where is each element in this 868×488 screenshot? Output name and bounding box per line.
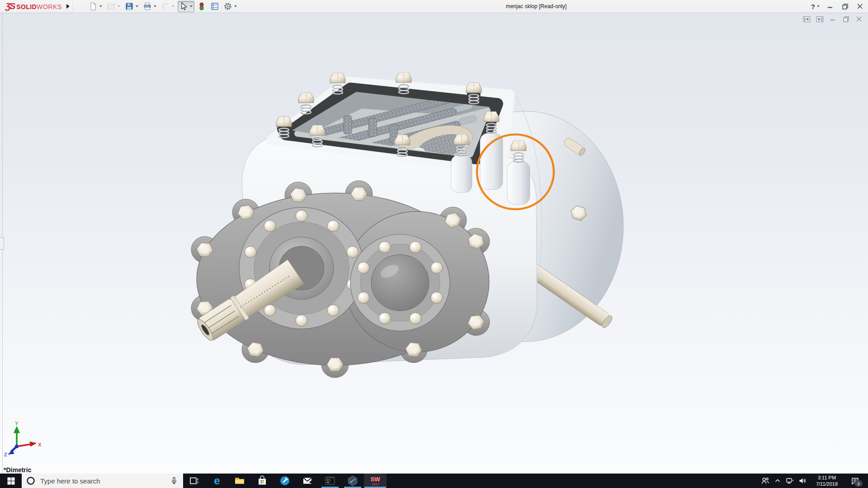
cortana-icon — [26, 476, 35, 485]
minimize-button[interactable] — [826, 2, 835, 11]
rebuild-traffic-light-button[interactable] — [196, 1, 208, 12]
solidworks-rx-taskbar-button[interactable] — [341, 474, 364, 488]
select-cursor-button[interactable] — [178, 1, 194, 12]
options-gear-dropdown-caret-icon[interactable] — [234, 5, 237, 7]
save-button[interactable] — [123, 1, 140, 12]
print-dropdown-caret-icon[interactable] — [154, 5, 156, 7]
coordinate-triad: Y X Z — [3, 420, 44, 457]
child-restore-icon — [843, 16, 849, 22]
action-center-button[interactable]: 3 — [845, 474, 865, 488]
child-close-button[interactable] — [854, 15, 863, 23]
microphone-icon[interactable] — [170, 476, 179, 485]
options-gear-button[interactable] — [222, 1, 239, 12]
open-folder-dropdown-caret-icon[interactable] — [118, 5, 120, 7]
notification-badge: 3 — [854, 480, 863, 487]
undo-dropdown-caret-icon[interactable] — [172, 5, 175, 7]
edge-taskbar-button[interactable]: e — [206, 474, 228, 488]
people-icon — [761, 477, 769, 485]
axis-label-z: Z — [4, 452, 7, 457]
clock-date: 7/11/2018 — [816, 481, 838, 487]
window-controls: ? — [811, 0, 864, 13]
view-orientation-label: *Dimetric — [4, 466, 31, 474]
store-taskbar-button[interactable] — [251, 474, 274, 488]
pane-previous-icon — [803, 16, 811, 23]
chevron-up-icon — [774, 478, 781, 484]
select-cursor-dropdown-caret-icon[interactable] — [190, 5, 193, 7]
help-button[interactable]: ? — [811, 3, 820, 10]
report-table-button[interactable] — [209, 1, 221, 12]
command-prompt-taskbar-button[interactable]: C:\ — [319, 474, 341, 488]
network-button[interactable] — [783, 474, 796, 488]
print-button[interactable] — [142, 1, 158, 12]
titlebar: ƷS SOLID WORKS menjac sklop [Read-only] … — [0, 0, 868, 13]
svg-text:2017: 2017 — [372, 482, 379, 486]
pane-next-icon — [816, 16, 824, 23]
svg-text:C:\: C:\ — [327, 479, 331, 482]
file-explorer-taskbar-button[interactable] — [228, 474, 251, 488]
volume-button[interactable] — [796, 474, 809, 488]
gearbox-assembly-model[interactable] — [0, 13, 868, 474]
minimize-icon — [827, 4, 833, 9]
solidworks-logo-solid: SOLID — [16, 3, 37, 10]
child-restore-button[interactable] — [841, 15, 850, 23]
task-view-taskbar-button[interactable] — [183, 474, 206, 488]
tray-overflow-button[interactable] — [772, 474, 783, 488]
solidworks-logo-works: WORKS — [37, 3, 62, 10]
toolbar-separator — [73, 1, 73, 11]
close-icon — [857, 4, 863, 9]
main-toolbar — [87, 1, 239, 12]
axis-label-y: Y — [15, 421, 19, 426]
help-icon: ? — [811, 3, 815, 10]
mail-taskbar-button[interactable] — [296, 474, 319, 488]
clock[interactable]: 3:11 PM 7/11/2018 — [809, 474, 845, 488]
search-input[interactable] — [39, 477, 165, 485]
close-button[interactable] — [855, 2, 864, 11]
restore-icon — [842, 4, 848, 9]
volume-icon — [798, 477, 807, 484]
child-minimize-button[interactable] — [828, 15, 837, 23]
pane-next-button[interactable] — [815, 15, 824, 23]
cover-flange — [350, 235, 450, 331]
taskbar: eC:\SW2017 3:11 PM 7/11/20 — [0, 474, 868, 488]
child-minimize-icon — [830, 16, 835, 22]
gearbox-model — [191, 72, 623, 377]
new-document-button[interactable] — [87, 1, 104, 12]
new-document-dropdown-caret-icon[interactable] — [99, 5, 102, 7]
taskbar-search[interactable] — [22, 474, 183, 488]
solidworks-2017-taskbar-button[interactable]: SW2017 — [364, 474, 387, 488]
bolt-pillar — [451, 155, 472, 192]
window-title: menjac sklop [Read-only] — [506, 3, 567, 9]
pane-previous-button[interactable] — [802, 15, 811, 23]
solidworks-logo-glyph: ƷS — [5, 1, 14, 11]
solidworks-logo: ƷS SOLID WORKS — [5, 1, 62, 11]
graphics-viewport[interactable]: Y X Z *Dimetric — [0, 13, 868, 474]
network-icon — [786, 477, 794, 484]
undo-button[interactable] — [160, 1, 176, 12]
save-dropdown-caret-icon[interactable] — [136, 5, 138, 7]
axis-label-x: X — [38, 442, 42, 447]
taskbar-spacer — [387, 474, 758, 488]
menu-flyout-arrow-icon[interactable] — [66, 4, 70, 9]
taskbar-apps: eC:\SW2017 — [183, 474, 387, 488]
restore-button[interactable] — [840, 2, 849, 11]
bolt-pillar — [507, 161, 530, 204]
help-caret-icon — [817, 5, 820, 7]
system-tray: 3:11 PM 7/11/2018 3 — [758, 474, 868, 488]
get-help-taskbar-button[interactable] — [274, 474, 296, 488]
clock-time: 3:11 PM — [816, 474, 838, 481]
start-button[interactable] — [0, 474, 22, 488]
child-close-icon — [856, 16, 862, 22]
document-window-controls — [802, 15, 863, 23]
svg-text:SW: SW — [371, 476, 381, 483]
open-folder-button[interactable] — [105, 1, 122, 12]
svg-text:e: e — [214, 475, 220, 487]
people-button[interactable] — [758, 474, 772, 488]
windows-logo-icon — [7, 477, 15, 485]
